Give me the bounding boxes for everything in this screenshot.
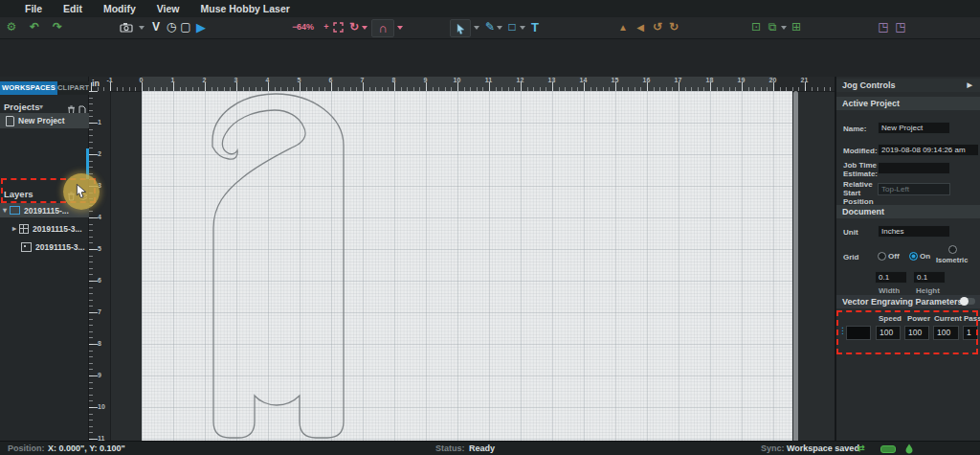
grid-on-radio[interactable]	[909, 252, 918, 261]
duplicate-caret[interactable]	[781, 26, 787, 30]
pen-tool-icon[interactable]: ✎	[482, 19, 498, 35]
grid-isometric-radio[interactable]	[948, 245, 957, 254]
grid-off-radio[interactable]	[878, 252, 886, 261]
vector-params-title: Vector Engraving Parameters	[842, 297, 963, 307]
project-list-item[interactable]: New Project	[0, 113, 89, 128]
layer-expand-caret[interactable]: ▾	[3, 206, 7, 215]
layer-name: 20191115-...	[24, 206, 69, 216]
toolbar: ⚙ ↶ ↷ V ◷ ▢ ▶ − 64% + ↻ ∩ ✎ □ T ▲ ◀ ↺ ↻	[0, 17, 980, 39]
rotate-cw-icon[interactable]: ↻	[666, 19, 681, 35]
array-copy-icon[interactable]: ⊞	[789, 19, 804, 35]
run-job-play-icon[interactable]: ▶	[193, 19, 209, 35]
passes-input[interactable]: 1	[963, 326, 978, 340]
select-tool-caret[interactable]	[474, 26, 479, 30]
tab-workspaces[interactable]: WORKSPACES	[0, 81, 57, 95]
layer-row-image[interactable]: 20191115-3...	[0, 239, 89, 255]
projects-caret[interactable]: ▾	[39, 102, 43, 111]
canvas-document[interactable]	[142, 91, 792, 455]
camera-capture-icon[interactable]	[119, 19, 134, 35]
application-window: FileEditModifyViewMuse Hobby Laser ⚙ ↶ ↷…	[0, 0, 980, 455]
menu-item[interactable]: File	[25, 3, 42, 14]
undo-icon[interactable]: ↶	[27, 19, 42, 35]
relative-start-position-select[interactable]: Top-Left	[878, 183, 950, 195]
menu-item[interactable]: Modify	[103, 3, 136, 14]
grid-label: Grid	[843, 253, 858, 262]
ruler-label: 11	[473, 77, 504, 86]
annotation-click-highlight	[63, 173, 100, 210]
ruler-label: 10	[441, 77, 473, 86]
ruler-unit-label: in	[92, 79, 100, 88]
fit-to-selection-icon[interactable]: ⊡	[748, 19, 764, 35]
unit-label: Unit	[843, 228, 858, 237]
jog-expand-arrow-icon[interactable]: ▶	[968, 79, 972, 92]
ruler-label: 5	[98, 233, 105, 264]
right-panel: Jog Controls ▶ Active Project Name: New …	[835, 77, 980, 455]
duplicate-icon[interactable]: ⧉	[765, 19, 780, 35]
power-input[interactable]: 100	[904, 326, 929, 340]
job-timer-icon[interactable]: ◷	[164, 19, 179, 35]
flip-horizontal-icon[interactable]: ◀	[633, 19, 648, 35]
vector-params-header[interactable]: Vector Engraving Parameters ▼	[836, 295, 980, 308]
unit-select[interactable]: Inches	[878, 225, 950, 238]
layer-color-swatch[interactable]	[846, 326, 871, 340]
grid-isometric-label[interactable]: Isometric	[936, 256, 968, 264]
rotate-ccw-icon[interactable]: ↺	[650, 19, 665, 35]
canvas-zone: -10123456789101112131415161718192021 in …	[89, 77, 835, 455]
text-tool-icon[interactable]: T	[527, 19, 543, 35]
left-sidebar: WORKSPACES CLIPART Projects ▾ New Projec…	[0, 77, 89, 455]
canvas-vertical-scrollbar[interactable]	[793, 91, 798, 455]
height-label: Height	[916, 286, 940, 295]
project-name-input[interactable]: New Project	[878, 122, 950, 134]
menu-item[interactable]: Edit	[63, 3, 82, 14]
pen-tool-caret[interactable]	[497, 26, 502, 30]
snap-magnet-caret[interactable]	[397, 26, 403, 30]
ruler-labels: -10123456789101112131415161718192021	[89, 77, 820, 86]
trace-frame-icon[interactable]: ▢	[178, 19, 193, 35]
position-label: Position:	[8, 442, 45, 455]
content-area: WORKSPACES CLIPART Projects ▾ New Projec…	[0, 38, 980, 441]
vector-params-toggle[interactable]	[961, 298, 975, 305]
zoom-level[interactable]: 64%	[297, 19, 314, 35]
ruler-label: 8	[378, 77, 410, 86]
layer-row-vector[interactable]: ▸ 20191115-3...	[0, 220, 89, 237]
grid-on-label[interactable]: On	[920, 252, 930, 261]
menu-item[interactable]: View	[157, 3, 180, 14]
layer-expand-caret[interactable]: ▸	[12, 224, 16, 233]
layer-name: 20191115-3...	[33, 224, 82, 234]
grid-width-input[interactable]: 0.1	[875, 271, 907, 284]
ruler-label: 8	[98, 328, 105, 359]
current-input[interactable]: 100	[933, 326, 959, 340]
laser-power-b-icon[interactable]: ◳	[893, 19, 908, 35]
row-drag-handle-icon[interactable]: ⋮	[838, 326, 846, 335]
vector-job-icon[interactable]: V	[148, 19, 164, 35]
flip-vertical-icon[interactable]: ▲	[615, 19, 631, 35]
grid-height-input[interactable]: 0.1	[913, 271, 946, 284]
job-time-value	[878, 162, 950, 174]
pan-view-caret[interactable]	[362, 26, 368, 30]
speed-input[interactable]: 100	[876, 326, 901, 340]
pan-view-icon[interactable]: ↻	[346, 19, 362, 35]
design-shape-door-hanger[interactable]	[142, 91, 792, 455]
layers-header: Layers	[4, 189, 33, 199]
ruler-label: 2	[98, 138, 105, 170]
horizontal-ruler: -10123456789101112131415161718192021 in	[89, 77, 835, 92]
jog-controls-header[interactable]: Jog Controls ▶	[836, 79, 980, 92]
snap-magnet-icon[interactable]: ∩	[371, 19, 394, 37]
tab-clipart[interactable]: CLIPART	[57, 81, 89, 95]
settings-gear-icon[interactable]: ⚙	[4, 19, 19, 35]
menu-item[interactable]: Muse Hobby Laser	[201, 3, 290, 14]
rectangle-tool-icon[interactable]: □	[504, 19, 520, 35]
select-cursor-tool[interactable]	[450, 19, 471, 37]
col-power: Power	[907, 314, 930, 323]
status-bar: Position: X: 0.000", Y: 0.100" Status: R…	[0, 441, 980, 455]
ruler-label: 18	[694, 77, 725, 86]
camera-dropdown-caret[interactable]	[139, 26, 145, 30]
sync-label: Sync:	[761, 442, 785, 455]
laser-power-a-icon[interactable]: ◳	[876, 19, 891, 35]
redo-icon[interactable]: ↷	[50, 19, 65, 35]
rectangle-tool-caret[interactable]	[520, 26, 525, 30]
grid-off-label[interactable]: Off	[888, 252, 900, 261]
menu-bar: FileEditModifyViewMuse Hobby Laser	[0, 0, 980, 17]
ruler-label: 7	[346, 77, 378, 86]
zoom-fit-expand-icon[interactable]	[330, 19, 345, 35]
